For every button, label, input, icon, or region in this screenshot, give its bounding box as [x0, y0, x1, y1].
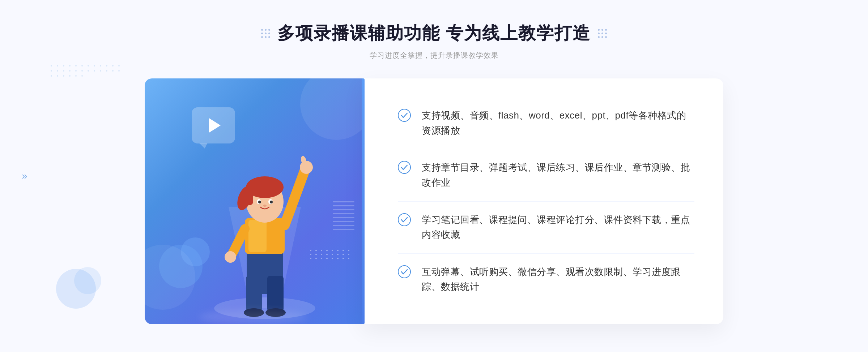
features-list: 支持视频、音频、flash、word、excel、ppt、pdf等各种格式的资源…	[398, 97, 694, 305]
dot	[326, 250, 328, 251]
feature-text-4: 互动弹幕、试听购买、微信分享、观看次数限制、学习进度跟踪、数据统计	[422, 265, 694, 295]
dot	[268, 33, 270, 34]
stripe-line	[333, 229, 354, 230]
left-arrows-decoration: »	[22, 171, 27, 181]
dot	[100, 65, 101, 66]
dot	[605, 36, 607, 38]
dot	[268, 29, 270, 31]
dot	[605, 29, 607, 31]
dot	[51, 65, 52, 66]
stripe-line	[333, 217, 354, 218]
feature-text-3: 学习笔记回看、课程提问、课程评论打分、课件资料下载，重点内容收藏	[422, 213, 694, 242]
dot	[69, 70, 71, 72]
check-icon-4	[398, 265, 411, 278]
dot	[112, 70, 114, 72]
dot	[598, 33, 600, 34]
dot	[88, 65, 89, 66]
feature-text-2: 支持章节目录、弹题考试、课后练习、课后作业、章节测验、批改作业	[422, 160, 694, 190]
dot	[63, 65, 64, 66]
content-panel: 支持视频、音频、flash、word、excel、ppt、pdf等各种格式的资源…	[362, 78, 723, 324]
dot	[601, 29, 603, 31]
dot	[337, 254, 339, 255]
dot	[348, 254, 349, 255]
dot	[326, 258, 328, 259]
dot	[342, 250, 344, 251]
dot	[88, 70, 89, 72]
feature-item-4: 互动弹幕、试听购买、微信分享、观看次数限制、学习进度跟踪、数据统计	[398, 254, 694, 305]
dot	[265, 33, 267, 34]
dot	[112, 65, 114, 66]
svg-rect-8	[248, 220, 267, 252]
dot	[265, 29, 267, 31]
dot	[63, 70, 64, 72]
check-icon-3	[398, 213, 411, 226]
check-icon-2	[398, 161, 411, 174]
person-svg	[207, 135, 323, 323]
svg-point-13	[225, 251, 236, 263]
dot	[51, 70, 52, 72]
dot	[57, 70, 58, 72]
dot	[75, 70, 77, 72]
page-subtitle: 学习进度全掌握，提升录播课教学效果	[261, 51, 607, 60]
stripe-line	[333, 209, 354, 210]
stripe-line	[333, 213, 354, 214]
dot	[118, 70, 120, 72]
page-title: 多项录播课辅助功能 专为线上教学打造	[277, 22, 590, 45]
dot	[598, 29, 600, 31]
dot	[605, 33, 607, 34]
dot	[106, 65, 107, 66]
header-section: 多项录播课辅助功能 专为线上教学打造 学习进度全掌握，提升录播课教学效果	[261, 22, 607, 60]
dot	[81, 75, 83, 77]
dot	[332, 258, 333, 259]
dot	[106, 70, 107, 72]
dot	[81, 65, 83, 66]
dot	[326, 254, 328, 255]
dot	[261, 33, 263, 34]
main-content: 支持视频、音频、flash、word、excel、ppt、pdf等各种格式的资源…	[145, 78, 723, 324]
ground-effect	[199, 310, 307, 324]
stripe-decoration	[333, 201, 354, 245]
accent-bar	[362, 78, 365, 324]
feature-text-1: 支持视频、音频、flash、word、excel、ppt、pdf等各种格式的资源…	[422, 108, 694, 138]
dot	[100, 70, 101, 72]
illustration-area	[145, 78, 362, 324]
feature-item-2: 支持章节目录、弹题考试、课后练习、课后作业、章节测验、批改作业	[398, 149, 694, 201]
stripe-line	[333, 221, 354, 222]
person-illustration	[207, 135, 323, 324]
stripe-line	[333, 205, 354, 206]
bottom-left-circle-small	[74, 267, 101, 294]
checkmark-svg	[398, 265, 411, 278]
dot	[598, 36, 600, 38]
checkmark-svg	[398, 109, 411, 122]
dot	[57, 65, 58, 66]
dot	[332, 250, 333, 251]
dot	[69, 75, 71, 77]
svg-point-27	[398, 266, 410, 278]
checkmark-svg	[398, 161, 411, 174]
dot	[332, 254, 333, 255]
svg-point-23	[263, 205, 267, 207]
dot	[94, 70, 95, 72]
dot	[268, 36, 270, 38]
dot	[57, 75, 58, 77]
dot	[342, 254, 344, 255]
stripe-line	[333, 225, 354, 226]
dot	[51, 75, 52, 77]
svg-rect-4	[267, 276, 284, 312]
dot	[601, 36, 603, 38]
svg-point-26	[398, 214, 410, 226]
dot	[81, 70, 83, 72]
dot	[261, 29, 263, 31]
svg-point-22	[270, 201, 273, 203]
dot	[63, 75, 64, 77]
checkmark-svg	[398, 213, 411, 226]
decorative-dots-right	[598, 29, 607, 38]
svg-point-24	[398, 109, 410, 121]
dot	[348, 250, 349, 251]
dot	[75, 65, 77, 66]
svg-point-21	[258, 201, 261, 203]
dot	[337, 258, 339, 259]
circle-decoration-2	[181, 237, 210, 266]
dot	[265, 36, 267, 38]
dot	[261, 36, 263, 38]
